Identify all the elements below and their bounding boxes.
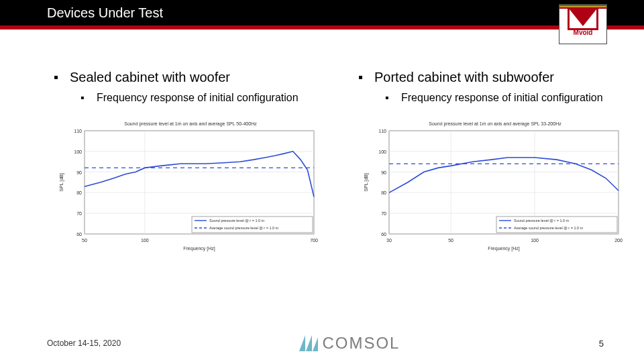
footer: October 14-15, 2020 COMSOL 5 bbox=[0, 334, 644, 353]
svg-text:100: 100 bbox=[141, 238, 149, 243]
bullet-icon: ▪ bbox=[54, 70, 60, 85]
svg-text:700: 700 bbox=[310, 238, 318, 243]
right-column: ▪ Ported cabinet with subwoofer ▪ Freque… bbox=[345, 70, 629, 253]
right-subheading-text: Frequency response of initial configurat… bbox=[401, 92, 603, 104]
footer-brand: COMSOL bbox=[299, 334, 400, 353]
left-subheading-text: Frequency response of initial configurat… bbox=[97, 92, 299, 104]
left-column: ▪ Sealed cabinet with woofer ▪ Frequency… bbox=[40, 70, 325, 253]
svg-text:100: 100 bbox=[74, 149, 82, 154]
left-heading-text: Sealed cabinet with woofer bbox=[70, 70, 230, 85]
svg-text:Sound pressure level at 1m on : Sound pressure level at 1m on axis and a… bbox=[124, 121, 257, 127]
svg-text:Sound pressure level at 1m on : Sound pressure level at 1m on axis and a… bbox=[429, 121, 561, 127]
logo-brand-text: Mvoid bbox=[574, 29, 593, 36]
svg-text:30: 30 bbox=[386, 238, 392, 243]
left-chart: 6070809010011050100700Sound pressure lev… bbox=[56, 119, 325, 253]
svg-text:70: 70 bbox=[381, 211, 386, 216]
right-subheading: ▪ Frequency response of initial configur… bbox=[385, 92, 629, 104]
svg-text:50: 50 bbox=[448, 238, 453, 243]
bullet-icon: ▪ bbox=[385, 92, 392, 104]
page-title: Devices Under Test bbox=[47, 5, 163, 21]
svg-text:Sound pressure level @ r = 1.0: Sound pressure level @ r = 1.0 m bbox=[209, 219, 265, 223]
footer-date: October 14-15, 2020 bbox=[47, 339, 121, 348]
left-heading: ▪ Sealed cabinet with woofer bbox=[54, 70, 325, 85]
right-chart: 607080901001103050100200Sound pressure l… bbox=[361, 119, 629, 253]
header-bar: Devices Under Test bbox=[0, 0, 644, 25]
svg-text:110: 110 bbox=[378, 129, 386, 133]
footer-page: 5 bbox=[599, 339, 604, 349]
svg-text:200: 200 bbox=[614, 238, 623, 243]
svg-text:100: 100 bbox=[531, 238, 539, 243]
svg-text:90: 90 bbox=[381, 170, 386, 175]
svg-text:60: 60 bbox=[76, 232, 82, 237]
right-heading: ▪ Ported cabinet with subwoofer bbox=[358, 70, 629, 85]
svg-text:80: 80 bbox=[76, 190, 82, 195]
footer-brand-text: COMSOL bbox=[322, 334, 400, 353]
left-subheading: ▪ Frequency response of initial configur… bbox=[80, 92, 325, 104]
svg-text:SPL [dB]: SPL [dB] bbox=[364, 173, 369, 191]
comsol-mark-icon bbox=[299, 335, 318, 351]
svg-text:110: 110 bbox=[74, 129, 82, 133]
right-heading-text: Ported cabinet with subwoofer bbox=[374, 70, 554, 85]
bullet-icon: ▪ bbox=[358, 70, 365, 85]
svg-text:60: 60 bbox=[381, 232, 386, 237]
svg-text:80: 80 bbox=[381, 190, 386, 195]
svg-text:Average sound pressure level @: Average sound pressure level @ r = 1.0 m bbox=[514, 226, 584, 230]
svg-text:Average sound pressure level @: Average sound pressure level @ r = 1.0 m bbox=[209, 226, 279, 230]
svg-text:90: 90 bbox=[76, 170, 82, 175]
svg-text:50: 50 bbox=[82, 238, 87, 243]
content-area: ▪ Sealed cabinet with woofer ▪ Frequency… bbox=[0, 29, 644, 253]
svg-text:Sound pressure level @ r = 1.0: Sound pressure level @ r = 1.0 m bbox=[514, 219, 570, 223]
svg-text:SPL [dB]: SPL [dB] bbox=[59, 173, 64, 191]
svg-text:70: 70 bbox=[76, 211, 82, 216]
logo-mark-icon bbox=[568, 7, 598, 30]
bullet-icon: ▪ bbox=[80, 92, 87, 104]
svg-text:Frequency [Hz]: Frequency [Hz] bbox=[183, 246, 215, 251]
svg-text:Frequency [Hz]: Frequency [Hz] bbox=[488, 246, 520, 251]
svg-text:100: 100 bbox=[378, 149, 386, 154]
brand-logo: Mvoid bbox=[559, 4, 607, 44]
